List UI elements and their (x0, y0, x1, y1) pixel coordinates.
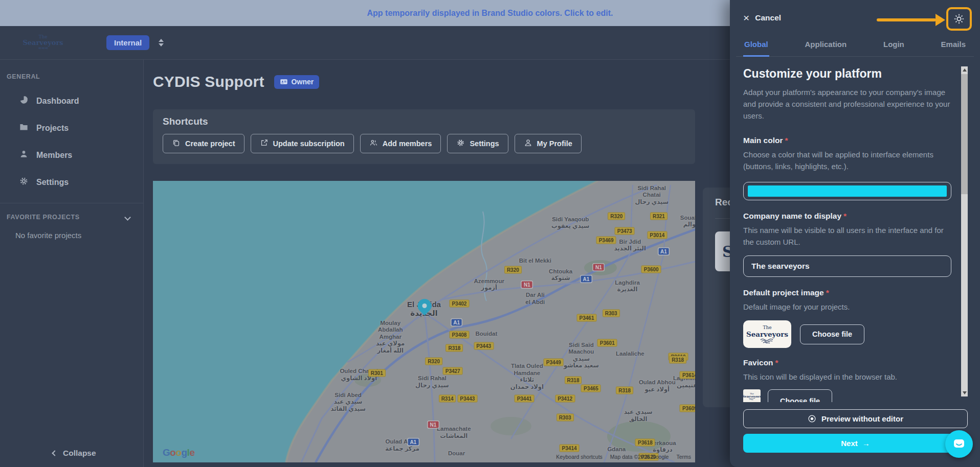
sidebar-collapse-button[interactable]: Collapse (53, 449, 96, 458)
map-road-badge: P3469 (596, 236, 616, 244)
map-attribution-item[interactable]: Map data ©2025 Google (610, 454, 669, 460)
map-road-badge: R320 (504, 266, 522, 273)
favicon-preview: The Searveyors (743, 389, 761, 402)
map-road-badge: P3609 (680, 404, 695, 412)
sidebar-item-projects[interactable]: Projects (0, 114, 143, 142)
map-road-badge: A1 (581, 275, 592, 282)
map-road-badge: P3412 (555, 395, 575, 403)
map-road-badge: R318 (616, 386, 633, 394)
sidebar-item-label: Projects (36, 124, 69, 133)
add-members-button[interactable]: Add members (360, 134, 441, 153)
shortcut-button-label: My Profile (537, 139, 572, 148)
map-town-label: Sidi Rahalسيدي رحال (415, 375, 449, 389)
page-title: CYDIS Support (153, 73, 264, 90)
map-town-label: Bir Jdidالبئر الجديد (614, 239, 646, 252)
main-color-picker[interactable] (743, 182, 951, 200)
sun-icon (953, 13, 965, 25)
map-road-badge: R318 (446, 344, 463, 352)
favicon-description: This icon will be displayed in the brows… (743, 371, 951, 383)
sidebar-item-members[interactable]: Members (0, 142, 143, 169)
map-road-badge: P3473 (615, 227, 635, 235)
create-project-button[interactable]: Create project (163, 134, 244, 153)
map-town-label: MoulayAbdallahAmgharمولاي عبدالله أمغار (376, 320, 405, 355)
map-town-label: Azemmourأزمور (474, 278, 504, 292)
chevron-left-icon (52, 450, 57, 456)
color-swatch[interactable] (748, 185, 947, 197)
next-button[interactable]: Next → (743, 434, 968, 453)
favicon-choose-file-button[interactable]: Choose file (768, 389, 832, 402)
scroll-down-arrow-icon[interactable] (963, 391, 967, 394)
my-profile-button[interactable]: My Profile (515, 134, 582, 153)
sidebar-item-label: Settings (36, 178, 69, 187)
google-map[interactable]: Sidi RahalChataiسيدي رحالSoualemسوالمSid… (153, 181, 695, 462)
map-attribution-item[interactable]: Terms (676, 454, 691, 460)
person-icon (19, 149, 29, 161)
id-card-icon (280, 78, 288, 86)
environment-badge[interactable]: Internal (106, 35, 149, 50)
map-town-label: Soualemسوالم (680, 215, 695, 228)
company-name-input[interactable] (743, 255, 951, 277)
waves-icon: ≈≈≈ (18, 46, 68, 51)
shortcut-button-label: Update subscription (273, 139, 345, 148)
project-image-choose-file-button[interactable]: Choose file (800, 324, 864, 344)
map-road-badge: R320 (425, 357, 442, 365)
waves-icon (760, 339, 775, 343)
gear-icon (19, 176, 29, 188)
map-town-label: Tlata OuledHamdaneثلاثاءاولاد حمدان (510, 363, 544, 390)
map-town-label: Bouidat (475, 331, 497, 338)
sidebar-divider (0, 203, 143, 203)
map-town-label: Sidi SaïdMaachouسيديسعيد معاشو (564, 341, 599, 369)
map-town-label: Bit el Mekki (519, 258, 551, 265)
highlight-arrow (877, 18, 936, 21)
map-attribution-item[interactable]: Keyboard shortcuts (556, 454, 602, 460)
sidebar-item-dashboard[interactable]: Dashboard (0, 87, 143, 114)
brand-studio-form: Customize your platform Adapt your platf… (730, 57, 980, 402)
map-road-badge: A1 (658, 248, 669, 254)
folder-icon (19, 122, 29, 134)
close-icon[interactable]: × (743, 12, 749, 23)
tab-emails[interactable]: Emails (940, 36, 967, 56)
main-color-description: Choose a color that will be applied to i… (743, 149, 951, 173)
panel-intro: Adapt your platform's appearance to your… (743, 87, 951, 122)
map-road-badge: N1 (428, 422, 439, 428)
scroll-up-arrow-icon[interactable] (963, 68, 967, 72)
theme-toggle-button[interactable] (946, 7, 972, 31)
preview-without-editor-button[interactable]: Preview without editor (743, 409, 968, 428)
map-road-badge: P3414 (560, 445, 580, 452)
company-logo[interactable]: The Searveyors ≈≈≈ (18, 35, 68, 51)
chat-widget-button[interactable] (945, 430, 973, 458)
map-road-badge: P3449 (544, 358, 564, 366)
banner-text[interactable]: App temporarily displayed in Brand Studi… (367, 9, 613, 18)
map-road-badge: P3443 (474, 342, 494, 349)
sidebar-item-settings[interactable]: Settings (0, 169, 143, 196)
map-road-badge: P3601 (597, 339, 617, 347)
settings-button[interactable]: Settings (447, 134, 508, 153)
map-road-badge: R320 (608, 212, 625, 220)
person-icon (524, 138, 532, 149)
map-road-badge: R301 (368, 369, 386, 377)
scrollbar-thumb[interactable] (961, 74, 968, 194)
map-town-label: Sidi Yaaqoubسيدي يعقوب (551, 216, 589, 230)
owner-badge: Owner (274, 75, 320, 89)
panel-scrollbar[interactable] (961, 66, 968, 396)
update-subscription-button[interactable]: Update subscription (251, 134, 354, 153)
map-terrain (153, 181, 695, 462)
cancel-button[interactable]: × Cancel (743, 12, 781, 23)
tab-login[interactable]: Login (882, 36, 905, 56)
map-road-badge: P3014 (647, 231, 667, 239)
tab-global[interactable]: Global (743, 36, 769, 57)
waves-icon (748, 398, 755, 400)
shortcuts-panel: Shortcuts Create project Update subscrip… (153, 109, 695, 164)
map-road-badge: R318 (565, 376, 582, 384)
map-road-badge: P3618 (635, 439, 655, 447)
map-road-badge: R303 (603, 309, 620, 317)
map-road-badge: N1 (522, 282, 532, 288)
tab-application[interactable]: Application (804, 36, 848, 56)
favicon-label: Favicon* (743, 358, 951, 367)
environment-switcher-icon[interactable] (159, 39, 164, 46)
company-name-label: Company name to display* (743, 212, 951, 221)
map-town-label: Chtoukaشتوكة (549, 268, 572, 282)
project-image-preview: The Searveyors (743, 320, 791, 348)
chevron-down-icon[interactable] (124, 214, 131, 221)
map-road-badge: P3443 (457, 395, 477, 403)
